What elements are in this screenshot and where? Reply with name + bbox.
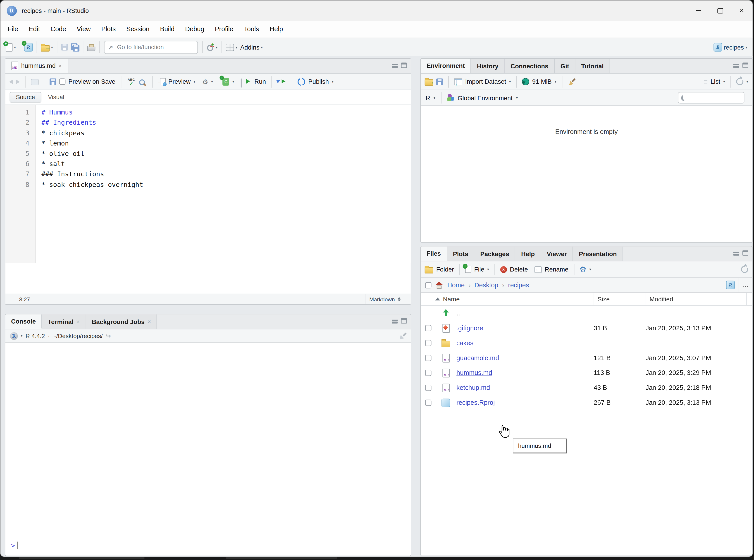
chevron-down-icon[interactable]: ▾	[14, 45, 16, 49]
rename-button[interactable]: Rename	[545, 266, 569, 273]
files-tab[interactable]: Packages	[475, 246, 515, 261]
insert-chunk-icon[interactable]: C	[223, 78, 230, 85]
new-file-button[interactable]: ▾	[4, 40, 17, 55]
chevron-down-icon[interactable]: ▾	[51, 45, 53, 49]
breadcrumb-link[interactable]: Home	[448, 281, 465, 289]
document-mode-selector[interactable]: Markdown	[365, 294, 411, 304]
code-editor[interactable]: 1 # Hummus 2 ## Ingredients 3 * chickpea…	[5, 105, 411, 263]
spellcheck-icon[interactable]: ABC ✓	[126, 78, 136, 85]
menu-item[interactable]: Session	[121, 25, 155, 33]
file-row[interactable]: ketchup.md 43 B Jan 20, 2025, 2:18 PM	[421, 380, 752, 395]
run-button[interactable]: Run	[254, 78, 266, 85]
column-header-modified[interactable]: Modified	[650, 295, 673, 302]
preview-button[interactable]: Preview	[168, 78, 191, 85]
publish-button[interactable]: Publish	[308, 78, 329, 85]
maximize-pane-icon[interactable]	[401, 63, 407, 68]
menu-item[interactable]: Code	[45, 25, 71, 33]
rerun-icon[interactable]	[277, 79, 287, 85]
cursor-position[interactable]: 8:27	[5, 294, 44, 304]
menu-item[interactable]: View	[72, 25, 96, 33]
console-tab[interactable]: Terminal ×	[42, 314, 86, 329]
environment-tab[interactable]: Git	[555, 59, 575, 73]
chevron-down-icon[interactable]: ▾	[589, 267, 591, 272]
new-file-button[interactable]: File	[474, 266, 484, 273]
environment-selector[interactable]: Global Environment	[458, 94, 513, 101]
print-button[interactable]	[86, 40, 97, 55]
file-row[interactable]: hummus.md 113 B Jan 20, 2025, 3:29 PM	[421, 365, 752, 380]
refresh-icon[interactable]	[741, 266, 748, 273]
chevron-down-icon[interactable]: ▾	[434, 96, 436, 100]
files-tab[interactable]: Presentation	[573, 246, 623, 261]
chevron-down-icon[interactable]: ▾	[487, 267, 489, 272]
console-body[interactable]: >	[5, 343, 411, 556]
chevron-down-icon[interactable]: ▾	[194, 79, 196, 84]
row-checkbox[interactable]	[425, 355, 432, 361]
open-in-new-window-icon[interactable]	[31, 79, 38, 85]
console-tab[interactable]: Console ×	[5, 314, 42, 329]
menu-item[interactable]: File	[2, 25, 23, 33]
menu-item[interactable]: Tools	[239, 25, 264, 33]
chevron-down-icon[interactable]: ▾	[723, 79, 725, 84]
chevron-down-icon[interactable]: ▾	[509, 79, 511, 84]
minimize-pane-icon[interactable]	[392, 318, 398, 323]
path-browse-button[interactable]: ...	[739, 278, 752, 292]
file-name-link[interactable]: ketchup.md	[456, 384, 490, 392]
close-icon[interactable]: ×	[147, 318, 151, 325]
project-menu-button[interactable]: R recipes ▾	[712, 40, 749, 55]
close-icon[interactable]: ×	[76, 318, 80, 325]
row-checkbox[interactable]	[425, 400, 432, 406]
home-icon[interactable]	[435, 281, 443, 289]
open-file-button[interactable]: ▾	[40, 40, 55, 55]
files-tab[interactable]: Files	[421, 246, 447, 261]
environment-tab[interactable]: Connections	[504, 59, 555, 73]
source-mode-button[interactable]: Source	[10, 92, 41, 102]
file-name-link[interactable]: ..	[456, 309, 460, 317]
new-folder-button[interactable]: Folder	[436, 266, 454, 273]
maximize-pane-icon[interactable]	[401, 318, 407, 323]
file-name-link[interactable]: recipes.Rproj	[456, 399, 495, 406]
forward-icon[interactable]	[16, 79, 20, 84]
chevron-down-icon[interactable]: ▾	[746, 79, 748, 84]
refresh-icon[interactable]	[736, 78, 743, 85]
chevron-down-icon[interactable]: ▾	[21, 334, 23, 338]
chevron-down-icon[interactable]: ▾	[211, 79, 213, 84]
menu-item[interactable]: Build	[155, 25, 180, 33]
clear-console-icon[interactable]	[398, 332, 406, 340]
minimize-pane-icon[interactable]	[733, 251, 739, 255]
files-tab[interactable]: Help	[515, 246, 541, 261]
chevron-down-icon[interactable]: ▾	[516, 96, 518, 100]
column-header-name[interactable]: Name	[421, 295, 460, 302]
chevron-down-icon[interactable]: ▾	[332, 79, 334, 84]
menu-item[interactable]: Plots	[96, 25, 121, 33]
close-button[interactable]: ×	[731, 0, 753, 21]
row-checkbox[interactable]	[425, 325, 432, 331]
save-button[interactable]	[60, 40, 70, 55]
visual-mode-button[interactable]: Visual	[48, 94, 64, 101]
column-header-size[interactable]: Size	[598, 295, 610, 302]
export-arrow-icon[interactable]: ↪	[106, 332, 111, 339]
file-name-link[interactable]: .gitignore	[456, 324, 483, 332]
save-icon[interactable]	[49, 78, 56, 85]
save-workspace-icon[interactable]	[436, 78, 443, 85]
more-options-gear-icon[interactable]: ⚙	[579, 266, 587, 273]
minimize-button[interactable]	[688, 0, 709, 21]
file-row[interactable]: .gitignore 31 B Jan 20, 2025, 3:13 PM	[421, 321, 752, 336]
close-icon[interactable]: ×	[59, 62, 62, 69]
select-all-checkbox[interactable]	[425, 282, 432, 288]
environment-tab[interactable]: Environment	[421, 59, 471, 73]
menu-item[interactable]: Debug	[180, 25, 210, 33]
console-tab[interactable]: Background Jobs ×	[86, 314, 157, 329]
row-checkbox[interactable]	[425, 385, 432, 391]
maximize-pane-icon[interactable]	[742, 250, 748, 256]
file-name-link[interactable]: guacamole.md	[456, 354, 499, 362]
file-name-link[interactable]: cakes	[456, 339, 473, 347]
import-dataset-button[interactable]: Import Dataset	[465, 78, 506, 85]
delete-button[interactable]: Delete	[510, 266, 528, 273]
workspace-panes-button[interactable]: ▾	[224, 40, 239, 55]
addins-button[interactable]: Addins ▾	[239, 40, 264, 55]
environment-tab[interactable]: History	[471, 59, 505, 73]
row-checkbox[interactable]	[425, 370, 432, 376]
files-tab[interactable]: Plots	[447, 246, 475, 261]
editor-tab-hummus[interactable]: hummus.md ×	[5, 59, 68, 73]
file-row[interactable]: ..	[421, 306, 752, 321]
